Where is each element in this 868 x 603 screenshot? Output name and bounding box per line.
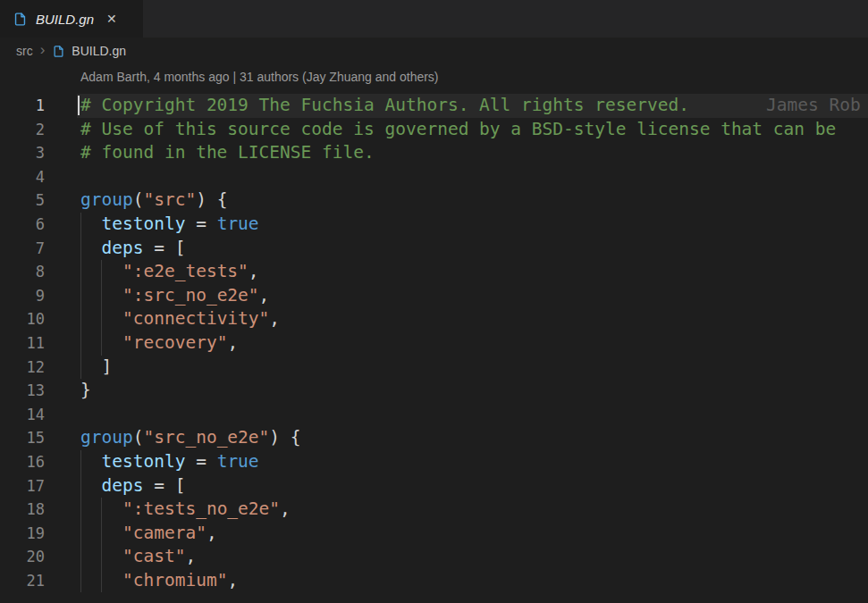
code-token: deps	[101, 238, 143, 258]
code-token	[80, 546, 122, 566]
code-text: ":e2e_tests",	[80, 260, 259, 284]
code-text: # found in the LICENSE file.	[80, 141, 375, 165]
code-token	[80, 238, 101, 258]
code-line[interactable]: 19 "camera",	[0, 522, 868, 546]
code-token: # found in the LICENSE file.	[80, 142, 375, 163]
code-token: ,	[227, 570, 238, 590]
code-token: true	[217, 451, 259, 472]
code-token: # Use of this source code is governed by…	[80, 119, 836, 139]
code-token: ":tests_no_e2e"	[122, 498, 280, 519]
code-token: ,	[280, 498, 291, 519]
vscode-editor-window: BUILD.gn ✕ src › BUILD.gn Adam Barth, 4 …	[0, 0, 868, 603]
code-line[interactable]: 18 ":tests_no_e2e",	[0, 498, 868, 522]
line-number: 3	[0, 141, 45, 165]
code-text: ":src_no_e2e",	[80, 284, 269, 308]
tab-build-gn[interactable]: BUILD.gn ✕	[0, 0, 143, 38]
git-blame-codelens[interactable]: Adam Barth, 4 months ago | 31 authors (J…	[80, 70, 439, 84]
code-line[interactable]: 4	[0, 165, 868, 189]
line-number: 17	[0, 474, 45, 498]
tab-label: BUILD.gn	[36, 12, 94, 27]
code-line[interactable]: 14	[0, 403, 868, 427]
line-number: 12	[0, 356, 45, 380]
code-token: "cast"	[122, 546, 185, 566]
code-line[interactable]: 5group("src") {	[0, 188, 868, 213]
line-number: 7	[0, 237, 45, 261]
text-cursor	[78, 96, 80, 115]
code-token: =	[185, 214, 216, 234]
code-line[interactable]: 12 ]	[0, 356, 868, 380]
code-token	[80, 475, 101, 496]
code-token	[80, 451, 101, 472]
code-line[interactable]: 13}	[0, 379, 868, 403]
code-token: "src_no_e2e"	[143, 427, 269, 448]
line-number: 2	[0, 118, 45, 142]
code-line[interactable]: 6 testonly = true	[0, 213, 868, 237]
code-token: testonly	[101, 451, 185, 472]
code-line[interactable]: 17 deps = [	[0, 474, 868, 498]
code-line[interactable]: 2# Use of this source code is governed b…	[0, 118, 868, 142]
code-token: "recovery"	[122, 332, 227, 353]
code-line[interactable]: 7 deps = [	[0, 237, 868, 261]
code-token: group	[80, 427, 133, 448]
code-text: }	[80, 379, 91, 403]
code-token	[80, 214, 101, 234]
line-number: 18	[0, 498, 45, 522]
file-icon	[52, 45, 65, 58]
line-number: 21	[0, 569, 45, 593]
breadcrumb-folder[interactable]: src	[16, 44, 33, 58]
line-number: 14	[0, 403, 45, 427]
code-line[interactable]: 8 ":e2e_tests",	[0, 260, 868, 284]
code-token	[80, 308, 122, 329]
code-line[interactable]: 1# Copyright 2019 The Fuchsia Authors. A…	[0, 94, 868, 118]
code-token: "chromium"	[122, 570, 227, 590]
code-text: "cast",	[80, 545, 196, 569]
code-token: = [	[143, 238, 185, 258]
code-token	[80, 285, 122, 306]
code-token	[80, 570, 122, 590]
code-area[interactable]: 1# Copyright 2019 The Fuchsia Authors. A…	[0, 94, 868, 603]
close-icon[interactable]: ✕	[106, 13, 117, 25]
code-token: (	[133, 189, 144, 210]
code-token: ) {	[269, 427, 300, 448]
code-token: ,	[185, 546, 196, 566]
code-line[interactable]: 15group("src_no_e2e") {	[0, 426, 868, 450]
line-number: 9	[0, 284, 45, 308]
line-number: 20	[0, 545, 45, 569]
code-token	[80, 498, 122, 519]
line-number: 11	[0, 331, 45, 356]
code-text: testonly = true	[80, 213, 259, 237]
code-text: "connectivity",	[80, 307, 280, 331]
code-line[interactable]: 10 "connectivity",	[0, 307, 868, 331]
code-token: ,	[269, 308, 280, 329]
code-line[interactable]: 11 "recovery",	[0, 331, 868, 356]
code-token: # Copyright 2019 The Fuchsia Authors. Al…	[80, 95, 689, 115]
code-token: deps	[101, 475, 143, 496]
code-token: =	[185, 451, 216, 472]
code-text: deps = [	[80, 237, 185, 261]
code-text: testonly = true	[80, 450, 259, 474]
line-number: 19	[0, 522, 45, 546]
code-token: true	[217, 214, 259, 234]
breadcrumb-file[interactable]: BUILD.gn	[72, 44, 126, 58]
line-number: 10	[0, 307, 45, 331]
code-line[interactable]: 20 "cast",	[0, 545, 868, 569]
code-token: "connectivity"	[122, 308, 269, 329]
line-number: 8	[0, 260, 45, 284]
code-token: testonly	[101, 214, 185, 234]
code-line[interactable]: 3# found in the LICENSE file.	[0, 141, 868, 165]
line-number: 16	[0, 450, 45, 474]
code-token	[80, 332, 122, 353]
code-line[interactable]: 9 ":src_no_e2e",	[0, 284, 868, 308]
code-token: "src"	[143, 189, 196, 210]
code-text: group("src_no_e2e") {	[80, 426, 301, 450]
code-token: = [	[143, 475, 185, 496]
code-text: ]	[80, 356, 112, 380]
code-token: ":e2e_tests"	[122, 261, 249, 281]
code-token: }	[80, 380, 91, 400]
code-line[interactable]: 21 "chromium",	[0, 569, 868, 593]
code-line[interactable]: 16 testonly = true	[0, 450, 868, 474]
line-number: 13	[0, 379, 45, 403]
chevron-right-icon: ›	[40, 41, 46, 59]
code-token: ":src_no_e2e"	[122, 285, 259, 306]
code-token: ]	[101, 356, 112, 377]
